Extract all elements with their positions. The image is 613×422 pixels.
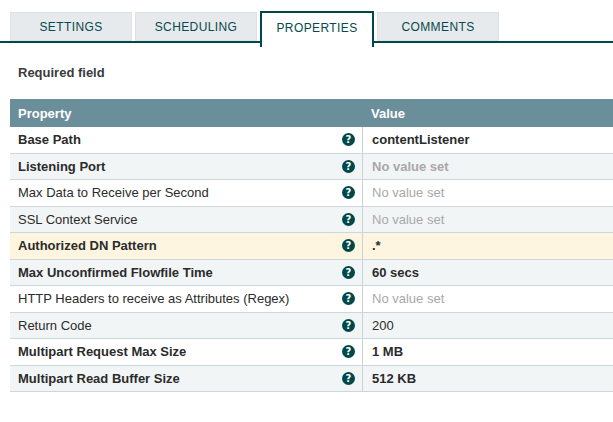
tab-bar: SETTINGS SCHEDULING PROPERTIES COMMENTS — [0, 0, 613, 48]
help-icon[interactable]: ? — [342, 160, 355, 173]
property-value[interactable]: No value set — [362, 286, 613, 312]
help-icon[interactable]: ? — [342, 345, 355, 358]
table-row: SSL Context Service ? No value set — [10, 207, 613, 234]
table-row: Multipart Request Max Size ? 1 MB — [10, 339, 613, 366]
property-value[interactable]: No value set — [362, 207, 613, 233]
property-name-cell: SSL Context Service ? — [10, 207, 362, 233]
property-name: Listening Port — [18, 159, 342, 174]
column-header-value: Value — [362, 106, 613, 121]
table-row: Max Unconfirmed Flowfile Time ? 60 secs — [10, 260, 613, 287]
table-row: Authorized DN Pattern ? .* — [10, 233, 613, 260]
property-value[interactable]: No value set — [362, 180, 613, 206]
table-row: Base Path ? contentListener — [10, 127, 613, 154]
property-value[interactable]: 512 KB — [362, 366, 613, 392]
property-name: Multipart Request Max Size — [18, 344, 342, 359]
property-name: SSL Context Service — [18, 212, 342, 227]
tab-scheduling[interactable]: SCHEDULING — [135, 12, 257, 41]
property-name-cell: Max Data to Receive per Second ? — [10, 180, 362, 206]
help-icon[interactable]: ? — [342, 239, 355, 252]
help-icon[interactable]: ? — [342, 133, 355, 146]
help-icon[interactable]: ? — [342, 292, 355, 305]
help-icon[interactable]: ? — [342, 213, 355, 226]
property-name: Authorized DN Pattern — [18, 238, 342, 253]
table-row: Multipart Read Buffer Size ? 512 KB — [10, 366, 613, 393]
property-name: Max Data to Receive per Second — [18, 185, 342, 200]
property-name: Return Code — [18, 318, 342, 333]
column-header-property: Property — [10, 106, 362, 121]
help-icon[interactable]: ? — [342, 319, 355, 332]
property-value[interactable]: .* — [362, 233, 613, 259]
table-row: HTTP Headers to receive as Attributes (R… — [10, 286, 613, 313]
property-name: Multipart Read Buffer Size — [18, 371, 342, 386]
property-name: HTTP Headers to receive as Attributes (R… — [18, 291, 342, 306]
tab-properties[interactable]: PROPERTIES — [260, 11, 374, 47]
property-name-cell: Listening Port ? — [10, 154, 362, 180]
properties-table: Property Value Base Path ? contentListen… — [10, 99, 613, 392]
property-name-cell: Multipart Request Max Size ? — [10, 339, 362, 365]
property-name: Base Path — [18, 132, 342, 147]
property-value[interactable]: 1 MB — [362, 339, 613, 365]
tab-settings[interactable]: SETTINGS — [10, 12, 132, 41]
help-icon[interactable]: ? — [342, 372, 355, 385]
property-name-cell: Multipart Read Buffer Size ? — [10, 366, 362, 392]
tab-comments[interactable]: COMMENTS — [377, 12, 499, 41]
table-row: Return Code ? 200 — [10, 313, 613, 340]
property-name: Max Unconfirmed Flowfile Time — [18, 265, 342, 280]
help-icon[interactable]: ? — [342, 186, 355, 199]
help-icon[interactable]: ? — [342, 266, 355, 279]
table-header-row: Property Value — [10, 99, 613, 127]
required-field-note: Required field — [18, 65, 105, 80]
property-value[interactable]: 200 — [362, 313, 613, 339]
property-name-cell: Max Unconfirmed Flowfile Time ? — [10, 260, 362, 286]
property-name-cell: Base Path ? — [10, 127, 362, 153]
property-name-cell: Return Code ? — [10, 313, 362, 339]
property-value[interactable]: No value set — [362, 154, 613, 180]
property-name-cell: HTTP Headers to receive as Attributes (R… — [10, 286, 362, 312]
table-row: Max Data to Receive per Second ? No valu… — [10, 180, 613, 207]
property-value[interactable]: contentListener — [362, 127, 613, 153]
property-name-cell: Authorized DN Pattern ? — [10, 233, 362, 259]
property-value[interactable]: 60 secs — [362, 260, 613, 286]
table-row: Listening Port ? No value set — [10, 154, 613, 181]
